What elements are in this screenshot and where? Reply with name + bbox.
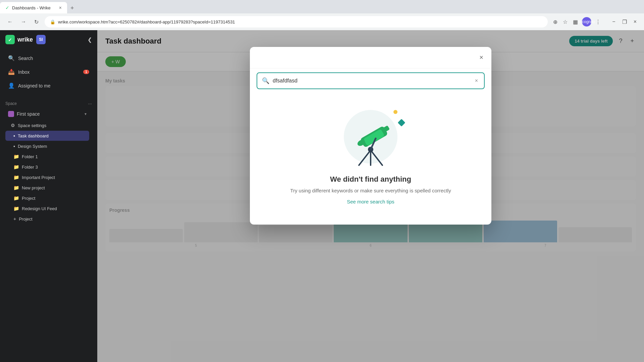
maximize-button[interactable]: ❐ <box>620 17 629 26</box>
search-modal: × 🔍 × + <box>250 47 491 225</box>
sidebar-item-assigned[interactable]: 👤 Assigned to me <box>3 79 95 92</box>
refresh-button[interactable]: ↻ <box>32 17 41 26</box>
avatar[interactable]: SI <box>36 35 46 44</box>
search-tips-link[interactable]: See more search tips <box>347 199 394 204</box>
browser-tabs: ✓ Dashboards - Wrike × + <box>0 0 644 13</box>
cast-icon[interactable]: ⊕ <box>552 17 559 26</box>
empty-subtitle: Try using different keywords or make sur… <box>290 188 451 193</box>
settings-icon: ⚙ <box>11 123 15 128</box>
design-icon: ▪ <box>13 143 15 149</box>
search-nav-icon: 🔍 <box>8 55 15 61</box>
address-bar[interactable]: 🔒 wrike.com/workspace.htm?acc=6250782#/d… <box>45 16 548 27</box>
sidebar-item-important-project[interactable]: 📁 Important Project <box>5 172 89 182</box>
modal-overlay[interactable]: × 🔍 × + <box>97 30 644 362</box>
main-content: Task dashboard 14 trial days left ? + + … <box>97 30 644 362</box>
app-container: ✓ wrike SI ❮ 🔍 Search 📥 Inbox 1 👤 Assign… <box>0 30 644 362</box>
sidebar-item-project[interactable]: 📁 Project <box>5 193 89 203</box>
space-icon <box>8 111 14 117</box>
modal-close-button[interactable]: × <box>478 52 485 63</box>
page-icon: ▪ <box>13 133 15 138</box>
new-project-icon: 📁 <box>13 185 19 190</box>
sidebar-space-section: Space ··· First space ▾ ⚙ Space settings… <box>0 98 97 227</box>
sidebar-item-space-settings[interactable]: ⚙ Space settings <box>5 120 89 130</box>
telescope-svg <box>337 107 404 167</box>
sidebar-item-project2[interactable]: + Project <box>5 214 89 224</box>
sidebar-item-redesign-feed[interactable]: 📁 Redesign UI Feed <box>5 203 89 214</box>
search-input[interactable] <box>273 78 470 84</box>
space-more-button[interactable]: ··· <box>88 101 92 106</box>
back-button[interactable]: ← <box>5 17 15 26</box>
svg-text:✓: ✓ <box>8 37 12 43</box>
project-icon: 📁 <box>13 195 19 201</box>
assigned-nav-icon: 👤 <box>8 82 15 89</box>
sidebar-item-first-space[interactable]: First space ▾ <box>5 108 89 120</box>
empty-title: We didn't find anything <box>330 175 411 184</box>
tab-title: Dashboards - Wrike <box>12 5 51 10</box>
sidebar-section-header: Space ··· <box>5 101 92 106</box>
project2-label: Project <box>19 217 32 222</box>
modal-header: × <box>250 47 491 68</box>
redesign-icon: 📁 <box>13 206 19 211</box>
important-project-label: Important Project <box>22 175 55 180</box>
new-project-label: New project <box>22 185 45 190</box>
bookmark-icon[interactable]: ☆ <box>561 17 569 26</box>
sidebar-item-design-system[interactable]: ▪ Design System <box>5 141 89 151</box>
empty-state: + <box>250 93 491 225</box>
minimize-button[interactable]: − <box>610 17 617 26</box>
sidebar-inbox-label: Inbox <box>18 69 30 75</box>
inbox-badge: 1 <box>83 70 89 74</box>
wrike-logo[interactable]: ✓ wrike <box>5 35 33 44</box>
browser-chrome: ✓ Dashboards - Wrike × + ← → ↻ 🔒 wrike.c… <box>0 0 644 30</box>
tab-favicon: ✓ <box>5 5 9 10</box>
sidebar-nav: 🔍 Search 📥 Inbox 1 👤 Assigned to me <box>0 49 97 96</box>
wrike-logo-text: wrike <box>17 36 33 43</box>
forward-button[interactable]: → <box>19 17 28 26</box>
sidebar-collapse-button[interactable]: ❮ <box>88 37 92 43</box>
telescope-illustration: + <box>337 107 404 167</box>
menu-icon[interactable]: ⋮ <box>594 17 602 26</box>
sidebar-item-folder-1[interactable]: 📁 Folder 1 <box>5 152 89 162</box>
sidebar-assigned-label: Assigned to me <box>18 83 51 88</box>
sidebar-header: ✓ wrike SI ❮ <box>0 30 97 49</box>
important-folder-icon: 📁 <box>13 175 19 180</box>
active-tab[interactable]: ✓ Dashboards - Wrike × <box>0 2 67 13</box>
svg-point-2 <box>9 112 13 116</box>
window-controls: − ❐ × <box>610 17 639 26</box>
folder-3-label: Folder 3 <box>22 165 38 170</box>
sidebar-item-search[interactable]: 🔍 Search <box>3 52 95 65</box>
sidebar-item-inbox[interactable]: 📥 Inbox 1 <box>3 65 95 78</box>
sidebar-item-task-dashboard[interactable]: ▪ Task dashboard <box>5 131 89 141</box>
address-text: wrike.com/workspace.htm?acc=6250782#/das… <box>58 19 235 24</box>
folder-1-label: Folder 1 <box>22 154 38 159</box>
extension-icon[interactable]: ▦ <box>572 17 579 26</box>
search-icon: 🔍 <box>262 77 269 84</box>
search-clear-button[interactable]: × <box>474 76 479 85</box>
folder-icon: 📁 <box>13 154 19 159</box>
sidebar: ✓ wrike SI ❮ 🔍 Search 📥 Inbox 1 👤 Assign… <box>0 30 97 362</box>
svg-line-3 <box>359 150 371 165</box>
space-chevron-icon: ▾ <box>85 112 87 116</box>
profile-icon[interactable]: Incognito <box>582 17 591 26</box>
space-section-title: Space <box>5 101 17 106</box>
task-dashboard-label: Task dashboard <box>18 133 49 138</box>
design-system-label: Design System <box>18 144 47 149</box>
folder-3-icon: 📁 <box>13 164 19 170</box>
search-input-wrapper[interactable]: 🔍 × <box>257 72 485 89</box>
new-tab-button[interactable]: + <box>67 3 77 14</box>
browser-toolbar: ← → ↻ 🔒 wrike.com/workspace.htm?acc=6250… <box>0 13 644 30</box>
project-label: Project <box>22 196 35 201</box>
window-close-button[interactable]: × <box>632 17 639 26</box>
sidebar-search-label: Search <box>18 56 33 61</box>
tab-close-icon[interactable]: × <box>59 5 62 10</box>
add-project-icon: + <box>13 216 16 222</box>
svg-line-5 <box>371 150 382 165</box>
sidebar-item-new-project[interactable]: 📁 New project <box>5 183 89 193</box>
wrike-logo-icon: ✓ <box>5 35 15 44</box>
browser-right-icons: ⊕ ☆ ▦ Incognito ⋮ <box>552 17 602 26</box>
redesign-label: Redesign UI Feed <box>22 206 57 211</box>
inbox-nav-icon: 📥 <box>8 69 15 75</box>
space-name: First space <box>17 111 40 117</box>
space-settings-label: Space settings <box>18 123 46 128</box>
sidebar-item-folder-3[interactable]: 📁 Folder 3 <box>5 162 89 172</box>
